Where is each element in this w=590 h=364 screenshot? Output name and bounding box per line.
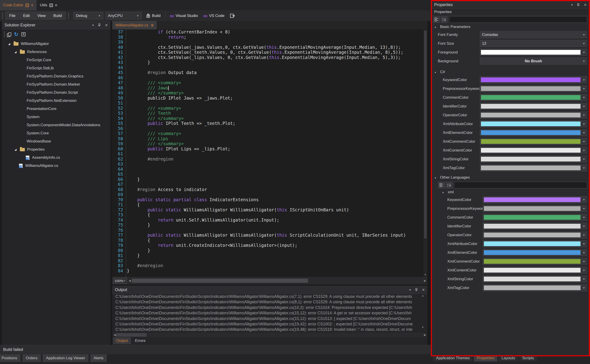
property-value-dropdown[interactable]: No Brush▼ (480, 58, 587, 65)
property-value-dropdown[interactable]: ▼ (483, 275, 587, 282)
output-error-line[interactable]: C:\Users\fxhst\OneDrive\Documents\FinStu… (115, 327, 419, 332)
output-error-line[interactable]: C:\Users\fxhst\OneDrive\Documents\FinStu… (115, 294, 419, 299)
group-csharp[interactable]: ▴ C# (432, 69, 589, 75)
property-value-dropdown[interactable]: ▼ (480, 94, 587, 101)
code-line-72[interactable]: 72 public static WilliamsAlligator Willi… (112, 207, 423, 213)
property-value-dropdown[interactable]: 12▼ (480, 40, 587, 47)
menu-item-edit[interactable]: Edit (23, 13, 30, 18)
property-value-dropdown[interactable]: ▼ (483, 284, 587, 291)
code-line-69[interactable]: 69 (112, 192, 423, 197)
copy-files-button[interactable] (7, 32, 11, 36)
property-value-dropdown[interactable]: ▼ (480, 111, 587, 118)
property-value-dropdown[interactable]: ▼ (480, 120, 587, 127)
menu-item-file[interactable]: File (9, 13, 15, 18)
sort-alphabetical-button[interactable]: A Z (441, 16, 447, 23)
code-line-40[interactable]: 40 ctx.SetValue(_jaws.Values,0, ctx.GetV… (112, 45, 423, 50)
editor-vertical-scrollbar[interactable]: ▼ (423, 29, 428, 277)
code-line-67[interactable]: 67 (112, 182, 423, 187)
code-line-70[interactable]: 70 public static partial class Indicator… (112, 197, 423, 202)
editor-horizontal-scrollbar[interactable]: ◀ ▶ (128, 278, 427, 283)
code-line-80[interactable]: 80 } (112, 248, 423, 253)
add-item-button[interactable] (21, 32, 26, 36)
property-value-dropdown[interactable]: Consolas▼ (480, 31, 587, 38)
property-value-dropdown[interactable]: ▼ (483, 196, 587, 203)
scroll-left-icon[interactable]: ◀ (129, 279, 131, 282)
property-value-dropdown[interactable]: ▼ (480, 147, 587, 154)
tree-item-finscript-core[interactable]: FinScript.Core (2, 56, 110, 64)
tree-item-system-core[interactable]: System.Core (2, 129, 110, 137)
output-log[interactable]: C:\Users\fxhst\OneDrive\Documents\FinStu… (115, 294, 419, 333)
code-line-46[interactable]: 46 (112, 75, 423, 80)
code-line-73[interactable]: 73 { (112, 212, 423, 217)
build-button[interactable]: Build (143, 12, 163, 20)
output-error-line[interactable]: C:\Users\fxhst\OneDrive\Documents\FinStu… (115, 299, 419, 305)
code-line-58[interactable]: 58 /// Lips (112, 136, 423, 141)
menu-item-build[interactable]: Build (53, 13, 62, 18)
scroll-left-icon[interactable]: ◀ (114, 333, 116, 337)
property-value-dropdown[interactable]: ▼ (480, 156, 587, 162)
doc-tab-code-editor[interactable]: Code Editor× (0, 0, 37, 10)
property-value-dropdown[interactable]: ▼ (483, 240, 587, 247)
code-line-53[interactable]: 53 /// Teeth (112, 111, 423, 116)
output-error-line[interactable]: C:\Users\fxhst\OneDrive\Documents\FinStu… (115, 321, 419, 327)
code-line-74[interactable]: 74 return unit.Self.WilliamsAlligator(un… (112, 217, 423, 223)
property-value-dropdown[interactable]: ▼ (483, 214, 587, 221)
tree-item-system-componentmodel-dataannotations[interactable]: System.ComponentModel.DataAnnotations (2, 121, 110, 129)
group-basic-parameters[interactable]: ▴ Basic Parameters (432, 24, 589, 30)
code-line-82[interactable]: 82 (112, 258, 423, 263)
code-line-68[interactable]: 68 #region Access to indicator (112, 187, 423, 192)
property-value-dropdown[interactable]: ▼ (480, 164, 587, 171)
code-line-42[interactable]: 42 ctx.SetValue(_lips.Values, 0, ctx.Get… (112, 55, 423, 60)
tree-item-properties[interactable]: ◢Properties (2, 145, 110, 154)
scrollbar-thumb[interactable] (132, 279, 308, 283)
scroll-up-icon[interactable]: ▲ (421, 294, 424, 297)
expand-icon[interactable]: ◢ (14, 50, 18, 53)
bottom-tab-alerts[interactable]: Alerts (90, 354, 107, 362)
code-area[interactable]: 37 if (ctx.CurrentBarIndex < 8)38 return… (112, 29, 423, 277)
open-external-button[interactable] (227, 12, 238, 20)
property-value-dropdown[interactable]: ▼ (483, 231, 587, 238)
property-value-dropdown[interactable]: ▼ (483, 249, 587, 256)
code-line-47[interactable]: 47 /// <summary> (112, 80, 423, 85)
tree-item-assemblyinfo-cs[interactable]: AssemblyInfo.cs (2, 154, 110, 162)
output-error-line[interactable]: C:\Users\fxhst\OneDrive\Documents\FinStu… (115, 310, 419, 316)
code-line-63[interactable]: 63 (112, 162, 423, 167)
code-line-39[interactable]: 39 (112, 39, 423, 45)
properties-search-input[interactable] (449, 16, 587, 23)
code-line-37[interactable]: 37 if (ctx.CurrentBarIndex < 8) (112, 29, 423, 35)
group-xml[interactable]: ▴ xml (432, 189, 589, 195)
code-line-65[interactable]: 65 (112, 172, 423, 177)
scroll-right-icon[interactable]: ▶ (424, 333, 426, 337)
menu-item-view[interactable]: View (38, 13, 46, 18)
code-line-43[interactable]: 43 } (112, 60, 423, 65)
close-icon[interactable]: × (584, 2, 587, 7)
property-value-dropdown[interactable]: ▼ (480, 85, 587, 92)
bottom-tab-orders[interactable]: Orders (22, 354, 41, 362)
code-line-48[interactable]: 48 /// Jaws (112, 85, 423, 91)
expand-icon[interactable]: ◢ (14, 148, 18, 151)
code-line-76[interactable]: 76 (112, 228, 423, 233)
property-value-dropdown[interactable]: ▼ (483, 205, 587, 212)
code-line-61[interactable]: 61 (112, 151, 423, 156)
code-line-50[interactable]: 50 publicD IPlot Jaws => _jaws.Plot; (112, 96, 423, 101)
window-menu-icon[interactable]: ▾ (92, 24, 94, 27)
code-line-57[interactable]: 57 /// <summary> (112, 131, 423, 136)
window-menu-icon[interactable]: ▾ (409, 288, 411, 292)
code-line-38[interactable]: 38 return; (112, 35, 423, 40)
vs-code-button[interactable]: ∞ VS Code (201, 12, 227, 20)
property-value-dropdown[interactable]: ▼ (480, 138, 587, 145)
pin-icon[interactable] (577, 3, 580, 6)
close-icon[interactable]: × (151, 23, 154, 27)
scroll-right-icon[interactable]: ▶ (424, 279, 426, 282)
output-horizontal-scrollbar[interactable]: ◀ ▶ (113, 333, 427, 337)
tree-item-finsysplatform-domain-graphics[interactable]: FinSysPlatform.Domain.Graphics (2, 72, 110, 80)
toolbar-grip[interactable] (68, 13, 69, 19)
refresh-button[interactable]: ↻ (14, 32, 18, 37)
property-value-dropdown[interactable]: ▼ (483, 223, 587, 230)
tree-item-finsysplatform-netextension[interactable]: FinSysPlatform.NetExtension (2, 97, 110, 105)
categorized-view-button[interactable] (433, 16, 440, 23)
window-menu-icon[interactable]: ▾ (571, 3, 573, 6)
other-languages-search-input[interactable] (454, 182, 587, 188)
tree-item-references[interactable]: ◢References (2, 48, 110, 56)
close-icon[interactable]: × (55, 3, 58, 7)
